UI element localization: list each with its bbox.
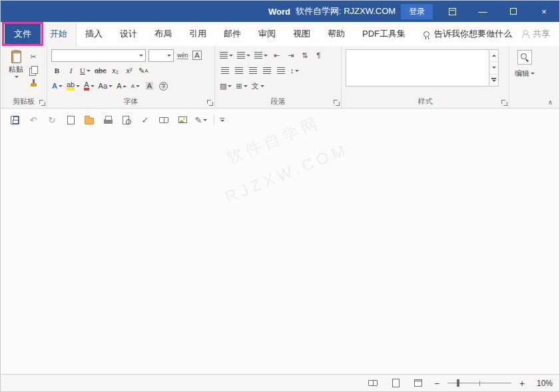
styles-more-button[interactable] bbox=[489, 75, 498, 86]
save-button[interactable] bbox=[7, 113, 22, 126]
text-effects-button[interactable]: A bbox=[51, 80, 63, 92]
tab-review[interactable]: 审阅 bbox=[250, 22, 284, 46]
share-button[interactable]: 共享 bbox=[521, 22, 550, 46]
zoom-in-button[interactable]: + bbox=[518, 378, 526, 389]
draw-pen-button[interactable]: ✎ bbox=[194, 113, 208, 126]
font-size-combobox[interactable] bbox=[148, 49, 174, 62]
minimize-button[interactable]: — bbox=[467, 1, 498, 22]
paragraph-row-1: ⇤ ⇥ ⇅ ¶ bbox=[219, 49, 337, 62]
borders-icon: ⊞ bbox=[236, 82, 242, 91]
zoom-slider-thumb[interactable] bbox=[457, 379, 459, 387]
character-shading-button[interactable]: A bbox=[144, 80, 155, 92]
subscript-button[interactable]: x₂ bbox=[110, 65, 121, 77]
read-mode-view-button[interactable] bbox=[365, 377, 381, 390]
styles-group-label: 样式 bbox=[342, 97, 509, 106]
tell-me-box[interactable]: 告诉我你想要做什么 bbox=[423, 22, 512, 46]
document-area[interactable]: ↶ ↻ ✓ ✎ 软件自学网 RJZXW.COM bbox=[1, 108, 559, 374]
customize-toolbar-button[interactable] bbox=[220, 118, 224, 122]
chevron-down-icon bbox=[244, 85, 248, 87]
styles-gallery-scrollbar bbox=[489, 49, 499, 87]
maximize-button[interactable] bbox=[498, 1, 529, 22]
tab-view[interactable]: 视图 bbox=[284, 22, 319, 46]
tab-layout[interactable]: 布局 bbox=[146, 22, 180, 46]
justify-button[interactable] bbox=[261, 65, 272, 77]
new-document-button[interactable] bbox=[63, 113, 78, 126]
insert-picture-button[interactable] bbox=[175, 113, 190, 126]
decrease-indent-button[interactable]: ⇤ bbox=[271, 49, 282, 61]
quick-print-button[interactable] bbox=[101, 113, 115, 126]
multilevel-list-button[interactable] bbox=[254, 49, 268, 61]
save-icon bbox=[11, 116, 19, 124]
align-center-button[interactable] bbox=[233, 65, 244, 77]
zoom-slider[interactable] bbox=[447, 383, 511, 383]
numbering-button[interactable] bbox=[236, 49, 251, 61]
print-layout-view-button[interactable] bbox=[388, 377, 404, 390]
styles-scroll-up-button[interactable] bbox=[489, 50, 498, 62]
web-layout-view-button[interactable] bbox=[410, 377, 426, 390]
print-preview-button[interactable] bbox=[119, 113, 134, 126]
login-button[interactable]: 登录 bbox=[401, 4, 433, 19]
editing-menu-button[interactable]: 编辑 bbox=[515, 69, 535, 79]
titlebar: Word 软件自学网: RJZXW.COM 登录 — × bbox=[1, 1, 559, 22]
tab-design[interactable]: 设计 bbox=[111, 22, 146, 46]
align-right-button[interactable] bbox=[247, 65, 258, 77]
clear-formatting-button[interactable]: ✎A bbox=[138, 65, 149, 77]
undo-button[interactable]: ↶ bbox=[26, 113, 41, 126]
font-color-button[interactable]: A bbox=[83, 80, 95, 92]
borders-button[interactable]: ⊞ bbox=[235, 80, 248, 92]
show-formatting-marks-button[interactable]: ¶ bbox=[313, 49, 324, 61]
paragraph-dialog-launcher[interactable] bbox=[334, 100, 340, 106]
underline-button[interactable]: U bbox=[79, 65, 91, 77]
enclose-characters-button[interactable]: 字 bbox=[158, 80, 169, 92]
character-border-button[interactable]: A bbox=[192, 49, 203, 61]
bullets-button[interactable] bbox=[219, 49, 234, 61]
styles-scroll-down-button[interactable] bbox=[489, 62, 498, 74]
chevron-up-icon bbox=[123, 85, 127, 87]
zoom-out-button[interactable]: − bbox=[433, 378, 441, 389]
styles-gallery[interactable] bbox=[346, 49, 489, 87]
tab-file[interactable]: 文件 bbox=[5, 22, 41, 46]
copy-button[interactable] bbox=[27, 65, 39, 75]
font-name-combobox[interactable] bbox=[51, 49, 146, 62]
distribute-button[interactable] bbox=[275, 65, 286, 77]
tab-references[interactable]: 引用 bbox=[180, 22, 215, 46]
cut-button[interactable]: ✂ bbox=[27, 51, 39, 62]
collapse-ribbon-button[interactable]: ∧ bbox=[548, 98, 553, 106]
align-left-icon bbox=[221, 67, 229, 74]
toolbar-separator bbox=[214, 115, 214, 124]
open-button[interactable] bbox=[82, 113, 97, 126]
spelling-grammar-button[interactable]: ✓ bbox=[138, 113, 152, 126]
shrink-font-button[interactable]: A bbox=[130, 80, 141, 92]
grow-font-button[interactable]: A bbox=[116, 80, 127, 92]
font-dialog-launcher[interactable] bbox=[207, 100, 213, 106]
pinyin-guide-button[interactable]: wén bbox=[176, 49, 189, 61]
find-button[interactable] bbox=[517, 50, 532, 65]
paste-button[interactable]: 粘贴 bbox=[5, 49, 27, 96]
align-left-button[interactable] bbox=[219, 65, 230, 77]
tab-home[interactable]: 开始 bbox=[41, 22, 77, 46]
tab-mailings[interactable]: 邮件 bbox=[215, 22, 250, 46]
shading-button[interactable]: ▨ bbox=[219, 80, 232, 92]
superscript-button[interactable]: x² bbox=[124, 65, 135, 77]
format-painter-button[interactable] bbox=[27, 78, 39, 89]
sort-button[interactable]: ⇅ bbox=[299, 49, 310, 61]
zoom-level[interactable]: 10% bbox=[533, 379, 553, 388]
clipboard-dialog-launcher[interactable] bbox=[39, 100, 45, 106]
ribbon-display-options-button[interactable] bbox=[437, 1, 467, 22]
line-spacing-button[interactable]: ↕ bbox=[289, 65, 300, 77]
tab-insert[interactable]: 插入 bbox=[77, 22, 111, 46]
close-button[interactable]: × bbox=[529, 1, 559, 22]
increase-indent-button[interactable]: ⇥ bbox=[285, 49, 296, 61]
tab-help[interactable]: 帮助 bbox=[319, 22, 354, 46]
asian-layout-button[interactable]: 文 bbox=[251, 80, 265, 92]
strikethrough-button[interactable]: abc bbox=[94, 65, 107, 77]
italic-button[interactable]: I bbox=[65, 65, 77, 77]
change-case-button[interactable]: Aa bbox=[98, 80, 113, 92]
line-spacing-icon: ↕ bbox=[290, 67, 294, 75]
redo-button[interactable]: ↻ bbox=[45, 113, 59, 126]
tab-pdf-tools[interactable]: PDF工具集 bbox=[354, 22, 414, 46]
bold-button[interactable]: B bbox=[51, 65, 63, 77]
styles-dialog-launcher[interactable] bbox=[501, 100, 507, 106]
read-mode-button[interactable] bbox=[156, 113, 171, 126]
highlight-color-button[interactable]: ab bbox=[66, 80, 81, 92]
